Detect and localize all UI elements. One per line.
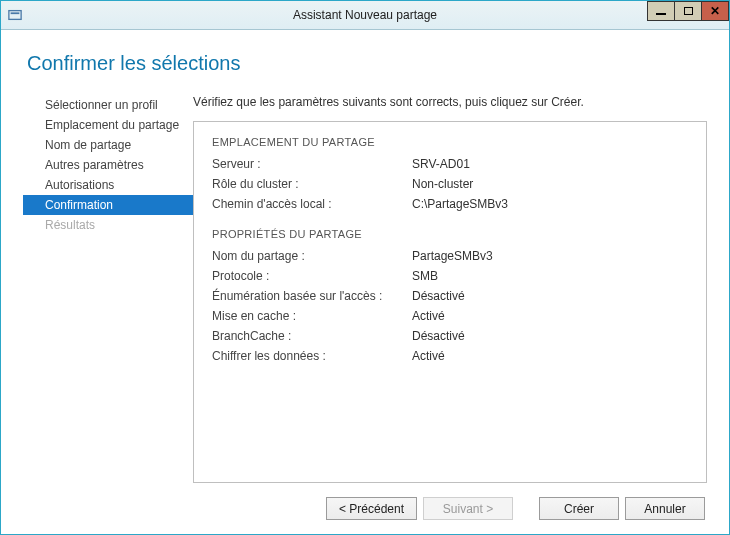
value-access-enum: Désactivé	[412, 286, 465, 306]
step-other-settings[interactable]: Autres paramètres	[23, 155, 193, 175]
button-spacer	[519, 497, 533, 520]
main-pane: Vérifiez que les paramètres suivants son…	[193, 93, 707, 483]
row-caching: Mise en cache : Activé	[212, 306, 688, 326]
section-title-properties: PROPRIÉTÉS DU PARTAGE	[212, 228, 688, 240]
label-local-path: Chemin d'accès local :	[212, 194, 412, 214]
value-branchcache: Désactivé	[412, 326, 465, 346]
step-permissions[interactable]: Autorisations	[23, 175, 193, 195]
step-share-name[interactable]: Nom de partage	[23, 135, 193, 155]
label-cluster-role: Rôle du cluster :	[212, 174, 412, 194]
minimize-button[interactable]	[647, 1, 675, 21]
row-access-enum: Énumération basée sur l'accès : Désactiv…	[212, 286, 688, 306]
value-protocol: SMB	[412, 266, 438, 286]
row-encrypt: Chiffrer les données : Activé	[212, 346, 688, 366]
content-row: Sélectionner un profil Emplacement du pa…	[23, 93, 707, 483]
label-share-name: Nom du partage :	[212, 246, 412, 266]
value-server: SRV-AD01	[412, 154, 470, 174]
row-server: Serveur : SRV-AD01	[212, 154, 688, 174]
value-caching: Activé	[412, 306, 445, 326]
row-branchcache: BranchCache : Désactivé	[212, 326, 688, 346]
window-title: Assistant Nouveau partage	[1, 8, 729, 22]
label-caching: Mise en cache :	[212, 306, 412, 326]
step-select-profile[interactable]: Sélectionner un profil	[23, 95, 193, 115]
window-controls: ✕	[648, 1, 729, 21]
value-local-path: C:\PartageSMBv3	[412, 194, 508, 214]
row-cluster-role: Rôle du cluster : Non-cluster	[212, 174, 688, 194]
label-encrypt: Chiffrer les données :	[212, 346, 412, 366]
wizard-window: Assistant Nouveau partage ✕ Confirmer le…	[0, 0, 730, 535]
instruction-text: Vérifiez que les paramètres suivants son…	[193, 95, 707, 109]
title-bar: Assistant Nouveau partage ✕	[1, 1, 729, 30]
page-heading: Confirmer les sélections	[27, 52, 707, 75]
dialog-body: Confirmer les sélections Sélectionner un…	[1, 30, 729, 534]
summary-panel: EMPLACEMENT DU PARTAGE Serveur : SRV-AD0…	[193, 121, 707, 483]
value-encrypt: Activé	[412, 346, 445, 366]
row-share-name: Nom du partage : PartageSMBv3	[212, 246, 688, 266]
button-bar: < Précédent Suivant > Créer Annuler	[23, 483, 707, 520]
step-results: Résultats	[23, 215, 193, 235]
value-share-name: PartageSMBv3	[412, 246, 493, 266]
previous-button[interactable]: < Précédent	[326, 497, 417, 520]
step-share-location[interactable]: Emplacement du partage	[23, 115, 193, 135]
wizard-steps-sidebar: Sélectionner un profil Emplacement du pa…	[23, 93, 193, 483]
value-cluster-role: Non-cluster	[412, 174, 473, 194]
label-server: Serveur :	[212, 154, 412, 174]
close-button[interactable]: ✕	[701, 1, 729, 21]
maximize-button[interactable]	[674, 1, 702, 21]
step-confirmation[interactable]: Confirmation	[23, 195, 193, 215]
row-protocol: Protocole : SMB	[212, 266, 688, 286]
row-local-path: Chemin d'accès local : C:\PartageSMBv3	[212, 194, 688, 214]
label-branchcache: BranchCache :	[212, 326, 412, 346]
section-title-location: EMPLACEMENT DU PARTAGE	[212, 136, 688, 148]
label-protocol: Protocole :	[212, 266, 412, 286]
next-button: Suivant >	[423, 497, 513, 520]
create-button[interactable]: Créer	[539, 497, 619, 520]
cancel-button[interactable]: Annuler	[625, 497, 705, 520]
label-access-enum: Énumération basée sur l'accès :	[212, 286, 412, 306]
